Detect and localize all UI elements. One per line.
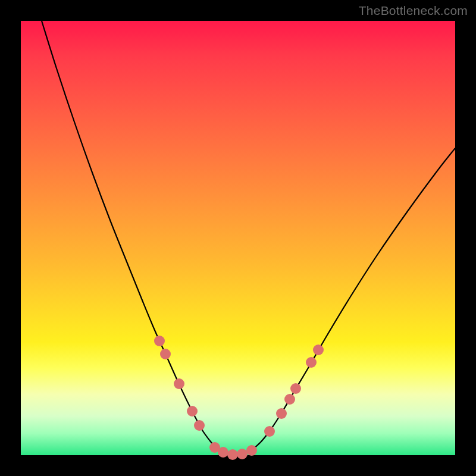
highlight-dot xyxy=(187,406,198,416)
chart-svg xyxy=(21,21,455,455)
highlight-dot xyxy=(218,447,228,458)
chart-plot-area xyxy=(21,21,455,455)
highlight-dot xyxy=(276,408,287,419)
highlight-dot xyxy=(246,445,257,456)
highlight-dots-group xyxy=(154,336,324,460)
highlight-dot xyxy=(154,336,165,346)
bottleneck-curve xyxy=(42,21,455,455)
highlight-dot xyxy=(290,383,301,394)
highlight-dot xyxy=(313,345,324,355)
highlight-dot xyxy=(306,357,317,368)
highlight-dot xyxy=(227,449,238,460)
highlight-dot xyxy=(237,449,248,459)
highlight-dot xyxy=(284,394,295,405)
highlight-dot xyxy=(174,378,184,389)
highlight-dot xyxy=(264,426,275,437)
highlight-dot xyxy=(160,349,171,359)
highlight-dot xyxy=(194,420,205,431)
watermark-text: TheBottleneck.com xyxy=(359,4,468,18)
